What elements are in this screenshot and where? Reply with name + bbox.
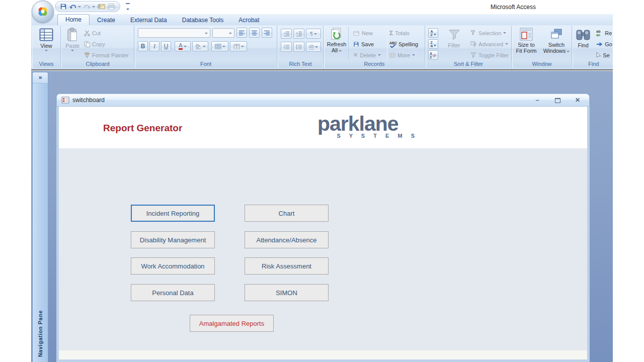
group-clipboard: Paste Cut Copy Format Painter	[61, 26, 134, 68]
bold-button: B	[138, 41, 148, 51]
clear-sorts-button[interactable]: AZ	[428, 50, 438, 60]
gridlines-button	[211, 41, 228, 51]
toggle-filter-icon	[470, 52, 476, 58]
disability-management-button[interactable]: Disability Management	[131, 231, 215, 248]
switchboard-form: Report Generator parklane S Y S T E M S …	[56, 107, 590, 362]
delete-icon: ✕	[353, 52, 358, 58]
group-rich-text: ¶ 123 ab Rich Text	[278, 26, 324, 68]
minimize-button[interactable]: –	[533, 96, 542, 104]
view-icon	[39, 28, 53, 41]
group-label-font: Font	[135, 60, 276, 68]
increase-indent-icon	[293, 29, 304, 39]
spelling-button[interactable]: ABC Spelling	[388, 39, 420, 49]
selection-icon	[470, 30, 476, 36]
switchboard-caption-bar[interactable]: switchboard – ✕	[56, 94, 590, 107]
goto-button[interactable]: Go	[595, 39, 613, 49]
totals-button: Σ Totals	[388, 28, 420, 38]
replace-button[interactable]: ab ac Re	[595, 28, 613, 38]
find-icon	[576, 29, 591, 41]
save-record-button[interactable]: Save	[352, 39, 387, 49]
advanced-button: Advanced	[469, 39, 510, 49]
save-icon[interactable]	[60, 3, 67, 10]
group-views: View Views	[32, 26, 61, 68]
totals-icon: Σ	[389, 30, 393, 36]
selection-button: Selection	[469, 28, 510, 38]
work-accommodation-button[interactable]: Work Accommodation	[131, 257, 215, 275]
find-button[interactable]: Find	[574, 27, 593, 60]
new-record-label: New	[362, 30, 373, 36]
incident-reporting-button[interactable]: Incident Reporting	[131, 205, 215, 222]
advanced-label: Advanced	[478, 41, 503, 47]
paste-button: Paste	[62, 27, 83, 60]
group-label-find: Find	[573, 60, 613, 68]
switchboard-title: switchboard	[72, 97, 105, 104]
sort-ascending-button[interactable]: AZ	[428, 28, 438, 38]
toggle-filter-label: Toggle Filter	[478, 52, 509, 58]
undo-dropdown-icon[interactable]	[78, 6, 81, 8]
align-left-button	[236, 28, 247, 38]
new-record-button: New	[352, 28, 387, 38]
goto-label: Go	[605, 41, 612, 47]
save-record-icon	[353, 41, 359, 47]
tab-database-tools[interactable]: Database Tools	[175, 15, 231, 25]
group-label-views: Views	[33, 60, 60, 68]
customize-qat-icon[interactable]	[125, 3, 131, 14]
navigation-pane-collapsed[interactable]: » Navigation Pane	[32, 72, 48, 362]
size-to-fit-form-button[interactable]: Size to Fit Form	[513, 27, 539, 60]
expand-chevron-icon: »	[39, 74, 42, 81]
delete-record-button: ✕ Delete	[352, 50, 387, 60]
format-painter-button: Format Painter	[83, 50, 130, 60]
copy-label: Copy	[92, 41, 105, 47]
sort-descending-button[interactable]: ZA	[428, 39, 438, 49]
spelling-label: Spelling	[398, 41, 418, 47]
office-button[interactable]	[32, 1, 54, 23]
group-label-clipboard: Clipboard	[62, 60, 133, 68]
chart-button[interactable]: Chart	[245, 205, 329, 222]
undo-icon[interactable]	[69, 4, 76, 10]
tab-home[interactable]: Home	[57, 14, 90, 25]
select-icon	[596, 52, 601, 58]
personal-data-button[interactable]: Personal Data	[131, 284, 215, 301]
filter-button: Filter	[441, 27, 467, 60]
svg-text:3: 3	[284, 48, 285, 50]
tab-external-data[interactable]: External Data	[123, 15, 175, 25]
totals-label: Totals	[395, 30, 410, 36]
filter-label: Filter	[448, 42, 460, 48]
form-title: Report Generator	[103, 123, 182, 134]
find-label: Find	[578, 42, 588, 48]
restore-button[interactable]	[553, 96, 562, 104]
fill-color-icon	[195, 44, 202, 49]
advanced-icon	[470, 41, 476, 47]
size-to-fit-label2: Fit Form	[516, 48, 537, 54]
navigation-pane-expand-button[interactable]: »	[33, 72, 48, 83]
refresh-all-button[interactable]: Refresh All	[325, 27, 348, 60]
view-button[interactable]: View	[39, 27, 53, 60]
email-attachment-icon[interactable]	[98, 4, 105, 10]
amalgamated-reports-button[interactable]: Amalgamated Reports	[190, 315, 274, 332]
risk-assessment-button[interactable]: Risk Assessment	[245, 257, 329, 275]
refresh-all-label1: Refresh	[327, 41, 347, 47]
goto-icon	[596, 42, 603, 47]
switch-windows-label1: Switch	[548, 42, 565, 48]
form-detail: Incident Reporting Chart Disability Mana…	[59, 148, 587, 350]
select-button[interactable]: Se	[595, 50, 613, 60]
align-right-button	[262, 28, 272, 38]
tab-create[interactable]: Create	[90, 15, 123, 25]
copy-button: Copy	[83, 39, 130, 49]
simon-button[interactable]: SIMON	[245, 284, 329, 301]
size-to-fit-form-icon	[520, 28, 533, 41]
redo-icon	[84, 4, 91, 10]
italic-button: I	[149, 41, 159, 51]
tab-acrobat[interactable]: Acrobat	[231, 15, 267, 25]
switch-windows-button[interactable]: Switch Windows	[542, 27, 571, 60]
paragraph-direction-button: ¶	[306, 29, 321, 39]
close-button[interactable]: ✕	[573, 96, 582, 104]
font-color-icon: A	[179, 43, 183, 50]
restore-icon	[555, 98, 560, 103]
paste-icon	[67, 28, 78, 42]
more-icon	[389, 53, 395, 58]
size-to-fit-label1: Size to	[518, 42, 535, 48]
attendance-absence-button[interactable]: Attendance/Absence	[245, 231, 329, 248]
document-window-controls: – ✕	[533, 96, 582, 104]
switch-windows-label2: Windows	[543, 48, 566, 54]
